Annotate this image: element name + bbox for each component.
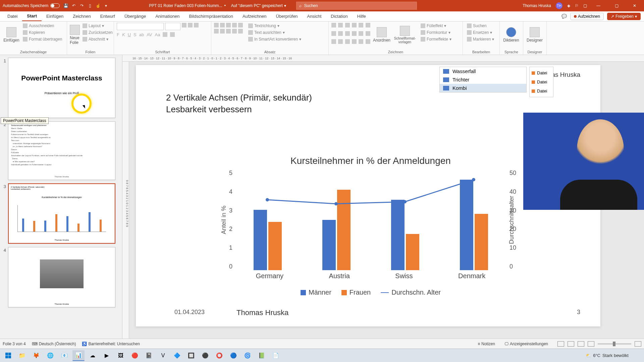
tab-animationen[interactable]: Animationen	[151, 11, 184, 21]
privacy-icon[interactable]: ⚐	[575, 3, 579, 8]
cut-button[interactable]: Ausschneiden	[21, 23, 63, 29]
saved-dropdown-icon[interactable]: ▾	[284, 3, 286, 8]
format-painter-button[interactable]: Format übertragen	[21, 36, 63, 42]
app-icon[interactable]: ⭕	[213, 350, 225, 361]
tab-ueberpruefen[interactable]: Überprüfen	[271, 11, 303, 21]
tab-hilfe[interactable]: Hilfe	[353, 11, 371, 21]
reading-view-button[interactable]	[578, 341, 584, 347]
font-color-button[interactable]	[170, 32, 175, 37]
font-name-combo[interactable]	[117, 23, 164, 30]
save-icon[interactable]: 💾	[63, 3, 68, 8]
bullets-icon[interactable]	[214, 23, 219, 27]
slide-thumb-3[interactable]: 2 Vertikale Achsen (Primär, sekundär)Les…	[8, 183, 115, 244]
minimize-button[interactable]: —	[592, 1, 605, 11]
maximize-button[interactable]: ▢	[610, 1, 623, 11]
present-icon[interactable]: ▯	[87, 3, 93, 8]
align-left-icon[interactable]	[214, 29, 219, 34]
numbering-icon[interactable]	[220, 23, 225, 27]
slide-counter[interactable]: Folie 3 von 4	[3, 342, 26, 346]
excel-icon[interactable]: 📗	[256, 350, 268, 361]
language-indicator[interactable]: ⌨Deutsch (Österreich)	[32, 342, 76, 346]
new-slide-button[interactable]: Neue Folie	[70, 23, 80, 47]
chart[interactable]: Kursteilnehmer in % der Anmeldungen Ante…	[203, 156, 538, 303]
tab-datei[interactable]: Datei	[3, 11, 22, 21]
quick-styles-button[interactable]: Schnellformat-vorlagen	[392, 23, 418, 47]
app-icon[interactable]: 🔵	[227, 350, 239, 361]
select-button[interactable]: Markieren▾	[466, 36, 497, 42]
slide-panel[interactable]: 1 PowerPoint Masterclass Präsentieren wi…	[0, 55, 122, 352]
copy-button[interactable]: Kopieren	[21, 29, 63, 36]
close-button[interactable]: ✕	[628, 1, 641, 11]
explorer-icon[interactable]: 📁	[16, 350, 28, 361]
autosave-toggle[interactable]	[50, 3, 60, 8]
saved-location[interactable]: Auf "diesem PC" gespeichert	[231, 3, 283, 8]
obs-icon[interactable]: ⚫	[199, 350, 211, 361]
ribbon-mode-icon[interactable]: ▢	[583, 3, 587, 8]
fit-window-button[interactable]	[635, 341, 641, 347]
strike-button[interactable]: S	[133, 32, 137, 37]
notes-button[interactable]: ≡Notizen	[478, 342, 495, 346]
zoom-slider[interactable]	[598, 343, 631, 345]
user-avatar[interactable]: TH	[556, 2, 562, 9]
line-spacing-icon[interactable]	[238, 23, 243, 27]
record-button[interactable]: Aufzeichnen	[570, 13, 604, 20]
clear-format-icon[interactable]	[194, 23, 199, 27]
chart-type-kombi[interactable]: Kombi	[440, 84, 526, 92]
sync-icon[interactable]: ◈	[567, 3, 570, 8]
reset-button[interactable]: Zurücksetzen	[81, 29, 114, 36]
highlight-button[interactable]	[163, 32, 167, 37]
share-button[interactable]: ↗Freigeben▾	[607, 13, 641, 20]
app-icon[interactable]: 🔷	[171, 350, 183, 361]
onenote-icon[interactable]: 📓	[143, 350, 155, 361]
ruler-vertical[interactable]: 9 8 7 6 5 4 3 2 1 0 1 2 3 4 5 6 7 8 9	[122, 62, 129, 345]
sorter-view-button[interactable]	[568, 341, 574, 347]
chrome-icon[interactable]: 🌐	[44, 350, 56, 361]
columns-icon[interactable]	[238, 29, 243, 34]
layout-button[interactable]: Layout▾	[81, 23, 114, 29]
replace-button[interactable]: Ersetzen▾	[466, 29, 497, 36]
slide-thumb-4[interactable]: Thomas Hruska	[8, 247, 115, 307]
tab-dictation[interactable]: Dictation	[326, 11, 353, 21]
align-text-button[interactable]: Text ausrichten▾	[247, 29, 303, 36]
undo-icon[interactable]: ↶	[71, 3, 76, 8]
arrange-button[interactable]: Anordnen	[373, 23, 390, 47]
app-icon[interactable]: ☁	[87, 350, 99, 361]
touch-icon[interactable]: ☝	[95, 3, 101, 8]
designer-button[interactable]: Designer	[526, 23, 543, 47]
italic-button[interactable]: K	[122, 32, 125, 37]
normal-view-button[interactable]	[557, 341, 564, 347]
dictate-button[interactable]: Diktieren	[502, 23, 520, 47]
tab-aufzeichnen[interactable]: Aufzeichnen	[238, 11, 271, 21]
user-name[interactable]: Thomas Hruska	[523, 3, 551, 8]
vlc-icon[interactable]: ▶	[101, 350, 113, 361]
slide-title-text[interactable]: 2 Vertikale Achsen (Primär, sekundär) Le…	[166, 92, 312, 115]
font-size-combo[interactable]	[165, 23, 180, 30]
display-settings-button[interactable]: 🖵Anzeigeeinstellungen	[504, 342, 548, 346]
start-button[interactable]	[2, 350, 14, 361]
justify-icon[interactable]	[232, 29, 237, 34]
redo-icon[interactable]: ↷	[79, 3, 85, 8]
shape-effects-button[interactable]: Formeffekte▾	[419, 36, 453, 42]
weather-widget[interactable]: ⛅ 6°C Stark bewölkt	[586, 353, 642, 358]
indent-decrease-icon[interactable]	[226, 23, 231, 27]
tab-start[interactable]: Start	[22, 11, 42, 21]
comments-icon[interactable]: 💬	[561, 14, 567, 19]
chart-type-wasserfall[interactable]: Wasserfall	[440, 67, 526, 75]
paste-button[interactable]: Einfügen	[3, 23, 20, 47]
edge-icon[interactable]: 🌀	[241, 350, 254, 361]
grow-font-icon[interactable]	[182, 23, 186, 27]
shape-fill-button[interactable]: Fülleffekt▾	[419, 23, 453, 29]
tab-bildschirmpraesentation[interactable]: Bildschirmpräsentation	[184, 11, 238, 21]
app-icon[interactable]: 🔴	[129, 350, 141, 361]
smartart-convert-button[interactable]: In SmartArt konvertieren▾	[247, 36, 303, 42]
slide-thumb-1[interactable]: PowerPoint Masterclass Präsentieren wie …	[8, 58, 115, 118]
shrink-font-icon[interactable]	[188, 23, 193, 27]
shape-outline-button[interactable]: Formkontur▾	[419, 29, 453, 36]
shapes-gallery[interactable]	[331, 23, 372, 47]
indent-increase-icon[interactable]	[232, 23, 237, 27]
chart-type-trichter[interactable]: Trichter	[440, 75, 526, 84]
case-button[interactable]: Aa	[155, 32, 160, 37]
app-icon[interactable]: 📄	[270, 350, 282, 361]
underline-button[interactable]: U	[128, 32, 131, 37]
spacing-button[interactable]: AV	[147, 32, 152, 37]
